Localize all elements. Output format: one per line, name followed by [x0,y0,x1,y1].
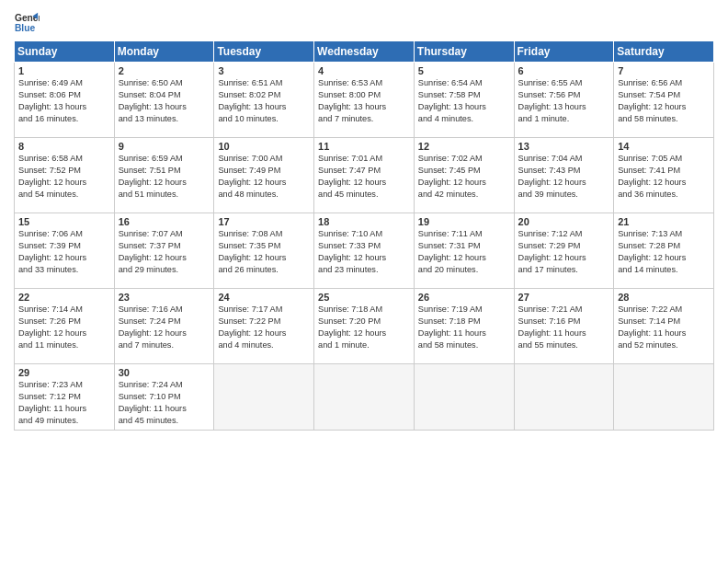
day-number: 22 [18,292,110,303]
day-number: 12 [418,141,510,152]
day-number: 6 [518,65,610,76]
calendar-cell: 2Sunrise: 6:50 AM Sunset: 8:04 PM Daylig… [114,63,214,138]
calendar-cell: 19Sunrise: 7:11 AM Sunset: 7:31 PM Dayli… [414,213,514,289]
day-info: Sunrise: 7:06 AM Sunset: 7:39 PM Dayligh… [18,228,110,276]
day-info: Sunrise: 7:24 AM Sunset: 7:10 PM Dayligh… [119,379,210,427]
calendar-cell: 10Sunrise: 7:00 AM Sunset: 7:49 PM Dayli… [214,138,314,213]
day-info: Sunrise: 7:11 AM Sunset: 7:31 PM Dayligh… [418,228,510,276]
calendar-cell: 13Sunrise: 7:04 AM Sunset: 7:43 PM Dayli… [514,138,614,213]
day-number: 26 [418,292,510,303]
weekday-header-sunday: Sunday [15,41,115,63]
svg-text:Blue: Blue [15,23,36,33]
day-info: Sunrise: 7:02 AM Sunset: 7:45 PM Dayligh… [418,153,510,201]
calendar-cell: 20Sunrise: 7:12 AM Sunset: 7:29 PM Dayli… [514,213,614,289]
day-info: Sunrise: 6:58 AM Sunset: 7:52 PM Dayligh… [18,153,110,201]
day-info: Sunrise: 7:17 AM Sunset: 7:22 PM Dayligh… [218,304,310,351]
calendar-cell [314,364,415,431]
day-number: 25 [318,292,410,303]
day-info: Sunrise: 6:51 AM Sunset: 8:02 PM Dayligh… [218,77,310,125]
day-info: Sunrise: 6:53 AM Sunset: 8:00 PM Dayligh… [318,77,410,125]
calendar-cell: 3Sunrise: 6:51 AM Sunset: 8:02 PM Daylig… [214,63,314,138]
weekday-header-saturday: Saturday [614,41,714,63]
weekday-header-monday: Monday [114,41,214,63]
day-info: Sunrise: 6:54 AM Sunset: 7:58 PM Dayligh… [418,77,510,125]
day-number: 8 [18,141,110,152]
day-number: 29 [18,367,110,378]
day-info: Sunrise: 7:00 AM Sunset: 7:49 PM Dayligh… [218,153,310,201]
logo: General Blue [14,9,40,35]
day-info: Sunrise: 7:01 AM Sunset: 7:47 PM Dayligh… [318,153,410,201]
calendar-cell: 17Sunrise: 7:08 AM Sunset: 7:35 PM Dayli… [214,213,314,289]
day-number: 18 [318,216,410,227]
calendar-cell: 15Sunrise: 7:06 AM Sunset: 7:39 PM Dayli… [15,213,115,289]
day-number: 2 [119,65,210,76]
calendar-cell: 21Sunrise: 7:13 AM Sunset: 7:28 PM Dayli… [614,213,714,289]
calendar-cell: 23Sunrise: 7:16 AM Sunset: 7:24 PM Dayli… [114,289,214,364]
day-info: Sunrise: 7:16 AM Sunset: 7:24 PM Dayligh… [119,304,210,351]
day-number: 17 [218,216,310,227]
day-number: 7 [618,65,710,76]
calendar: SundayMondayTuesdayWednesdayThursdayFrid… [14,40,714,431]
day-info: Sunrise: 7:23 AM Sunset: 7:12 PM Dayligh… [18,379,110,427]
calendar-cell: 29Sunrise: 7:23 AM Sunset: 7:12 PM Dayli… [15,364,115,431]
calendar-cell: 28Sunrise: 7:22 AM Sunset: 7:14 PM Dayli… [614,289,714,364]
day-number: 13 [518,141,610,152]
day-info: Sunrise: 7:12 AM Sunset: 7:29 PM Dayligh… [518,228,610,276]
day-number: 3 [218,65,310,76]
calendar-cell: 25Sunrise: 7:18 AM Sunset: 7:20 PM Dayli… [314,289,415,364]
day-info: Sunrise: 7:18 AM Sunset: 7:20 PM Dayligh… [318,304,410,351]
day-number: 24 [218,292,310,303]
calendar-cell: 4Sunrise: 6:53 AM Sunset: 8:00 PM Daylig… [314,63,415,138]
day-number: 1 [18,65,110,76]
calendar-cell: 22Sunrise: 7:14 AM Sunset: 7:26 PM Dayli… [15,289,115,364]
day-info: Sunrise: 6:59 AM Sunset: 7:51 PM Dayligh… [119,153,210,201]
calendar-cell [614,364,714,431]
calendar-cell: 9Sunrise: 6:59 AM Sunset: 7:51 PM Daylig… [114,138,214,213]
weekday-header-wednesday: Wednesday [314,41,415,63]
day-info: Sunrise: 7:04 AM Sunset: 7:43 PM Dayligh… [518,153,610,201]
calendar-cell: 7Sunrise: 6:56 AM Sunset: 7:54 PM Daylig… [614,63,714,138]
day-info: Sunrise: 7:22 AM Sunset: 7:14 PM Dayligh… [618,304,710,351]
calendar-cell: 27Sunrise: 7:21 AM Sunset: 7:16 PM Dayli… [514,289,614,364]
day-number: 28 [618,292,710,303]
day-info: Sunrise: 7:05 AM Sunset: 7:41 PM Dayligh… [618,153,710,201]
day-info: Sunrise: 7:08 AM Sunset: 7:35 PM Dayligh… [218,228,310,276]
logo-icon: General Blue [14,9,40,35]
day-info: Sunrise: 6:50 AM Sunset: 8:04 PM Dayligh… [119,77,210,125]
day-number: 19 [418,216,510,227]
day-info: Sunrise: 7:13 AM Sunset: 7:28 PM Dayligh… [618,228,710,276]
calendar-cell [514,364,614,431]
calendar-cell: 14Sunrise: 7:05 AM Sunset: 7:41 PM Dayli… [614,138,714,213]
page-header: General Blue [14,9,714,35]
day-info: Sunrise: 7:10 AM Sunset: 7:33 PM Dayligh… [318,228,410,276]
calendar-cell: 24Sunrise: 7:17 AM Sunset: 7:22 PM Dayli… [214,289,314,364]
day-number: 20 [518,216,610,227]
calendar-cell: 18Sunrise: 7:10 AM Sunset: 7:33 PM Dayli… [314,213,415,289]
day-number: 15 [18,216,110,227]
weekday-header-thursday: Thursday [414,41,514,63]
day-number: 14 [618,141,710,152]
day-info: Sunrise: 7:21 AM Sunset: 7:16 PM Dayligh… [518,304,610,351]
calendar-cell [414,364,514,431]
calendar-cell: 11Sunrise: 7:01 AM Sunset: 7:47 PM Dayli… [314,138,415,213]
calendar-cell: 8Sunrise: 6:58 AM Sunset: 7:52 PM Daylig… [15,138,115,213]
calendar-cell: 5Sunrise: 6:54 AM Sunset: 7:58 PM Daylig… [414,63,514,138]
day-number: 21 [618,216,710,227]
day-info: Sunrise: 6:55 AM Sunset: 7:56 PM Dayligh… [518,77,610,125]
day-info: Sunrise: 7:14 AM Sunset: 7:26 PM Dayligh… [18,304,110,351]
day-number: 23 [119,292,210,303]
calendar-cell: 12Sunrise: 7:02 AM Sunset: 7:45 PM Dayli… [414,138,514,213]
day-number: 5 [418,65,510,76]
day-number: 16 [119,216,210,227]
day-info: Sunrise: 7:19 AM Sunset: 7:18 PM Dayligh… [418,304,510,351]
weekday-header-tuesday: Tuesday [214,41,314,63]
day-info: Sunrise: 6:49 AM Sunset: 8:06 PM Dayligh… [18,77,110,125]
day-number: 10 [218,141,310,152]
day-number: 30 [119,367,210,378]
day-number: 9 [119,141,210,152]
day-number: 27 [518,292,610,303]
calendar-cell [214,364,314,431]
weekday-header-friday: Friday [514,41,614,63]
day-info: Sunrise: 6:56 AM Sunset: 7:54 PM Dayligh… [618,77,710,125]
calendar-cell: 30Sunrise: 7:24 AM Sunset: 7:10 PM Dayli… [114,364,214,431]
